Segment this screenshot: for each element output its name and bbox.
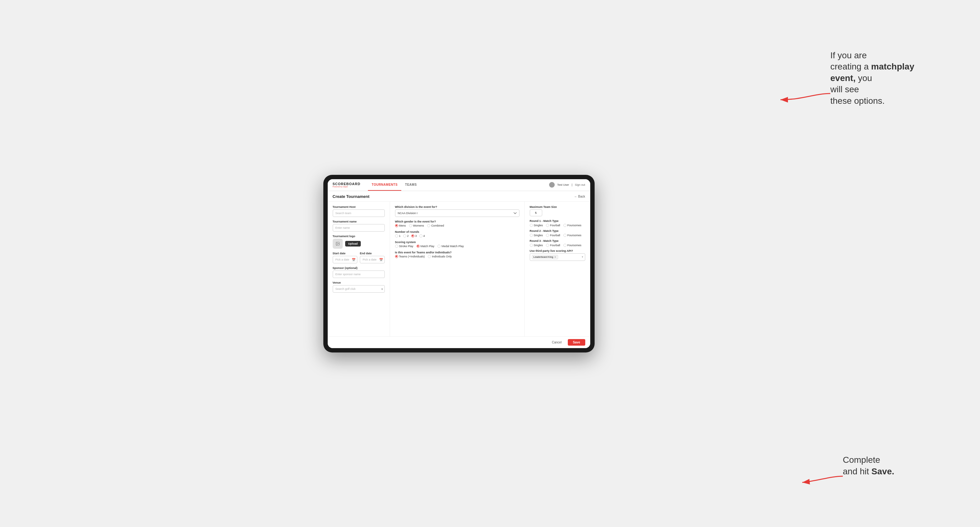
- round1-foursomes-radio[interactable]: [563, 224, 566, 227]
- round2-match-radio-group: Singles Fourball Foursomes: [530, 234, 585, 237]
- upload-button[interactable]: Upload: [345, 241, 361, 246]
- api-label: Use third-party live scoring API?: [530, 249, 585, 252]
- user-name: Test User: [557, 183, 569, 186]
- round1-singles-radio[interactable]: [530, 224, 533, 227]
- venue-select-wrap: ▾: [333, 285, 385, 293]
- scoring-medal[interactable]: Medal Match Play: [438, 244, 464, 248]
- round3-singles[interactable]: Singles: [530, 244, 543, 247]
- round1-match-radio-group: Singles Fourball Foursomes: [530, 224, 585, 227]
- avatar: [549, 182, 555, 187]
- back-button[interactable]: ← Back: [574, 195, 585, 198]
- teams-radio[interactable]: [395, 255, 398, 258]
- page-title: Create Tournament: [333, 194, 369, 199]
- teams-label: Is this event for Teams and/or Individua…: [395, 251, 519, 254]
- calendar-icon: 📅: [352, 258, 355, 261]
- round2-singles-radio[interactable]: [530, 234, 533, 237]
- gender-mens[interactable]: Mens: [395, 224, 406, 227]
- round-4[interactable]: 4: [419, 234, 425, 238]
- scoring-match[interactable]: Match Play: [417, 244, 435, 248]
- individuals-radio[interactable]: [428, 255, 431, 258]
- form-body: Tournament Host Tournament name Tourname…: [328, 202, 590, 336]
- round2-fourball[interactable]: Fourball: [546, 234, 560, 237]
- gender-combined[interactable]: Combined: [427, 224, 444, 227]
- save-button[interactable]: Save: [568, 339, 585, 346]
- round-3[interactable]: 3: [411, 234, 417, 238]
- tournament-name-input[interactable]: [333, 224, 385, 232]
- round3-fourball[interactable]: Fourball: [546, 244, 560, 247]
- gender-mens-radio[interactable]: [395, 224, 398, 227]
- division-select[interactable]: NCAA Division I: [395, 210, 519, 217]
- top-annotation: If you arecreating a matchplayevent, you…: [830, 50, 961, 106]
- tournament-host-label: Tournament Host: [333, 205, 385, 208]
- teams-option[interactable]: Teams (+Individuals): [395, 255, 425, 258]
- gender-combined-radio[interactable]: [427, 224, 430, 227]
- venue-chevron-icon: ▾: [381, 287, 383, 290]
- nav-separator: |: [571, 183, 572, 186]
- cancel-button[interactable]: Cancel: [548, 339, 565, 346]
- round-2[interactable]: 2: [403, 234, 409, 238]
- calendar-icon-end: 📅: [379, 258, 383, 261]
- round-3-radio[interactable]: [411, 234, 414, 238]
- nav-tabs: TOURNAMENTS TEAMS: [368, 179, 421, 191]
- round1-fourball[interactable]: Fourball: [546, 224, 560, 227]
- round3-fourball-radio[interactable]: [546, 244, 549, 247]
- rounds-group: Number of rounds 1 2 3: [395, 230, 519, 238]
- start-date-group: Start date 📅: [333, 252, 358, 264]
- round3-foursomes[interactable]: Foursomes: [563, 244, 582, 247]
- round2-foursomes-radio[interactable]: [563, 234, 566, 237]
- max-team-size-label: Maximum Team Size: [530, 205, 585, 208]
- annotation-bottom-text: Completeand hit Save.: [843, 454, 961, 477]
- scoring-group: Scoring system Stroke Play Match Play: [395, 241, 519, 248]
- tab-tournaments[interactable]: TOURNAMENTS: [368, 179, 401, 191]
- round-1-radio[interactable]: [395, 234, 398, 238]
- page-header: Create Tournament ← Back: [328, 191, 590, 202]
- round-4-radio[interactable]: [419, 234, 423, 238]
- scoring-match-radio[interactable]: [417, 244, 420, 248]
- division-label: Which division is the event for?: [395, 205, 519, 208]
- scoring-stroke-radio[interactable]: [395, 244, 398, 248]
- gender-womens[interactable]: Womens: [409, 224, 424, 227]
- round3-foursomes-radio[interactable]: [563, 244, 566, 247]
- api-tag-close[interactable]: ✕: [554, 256, 557, 259]
- round-2-radio[interactable]: [403, 234, 406, 238]
- round1-singles[interactable]: Singles: [530, 224, 543, 227]
- scoring-medal-radio[interactable]: [438, 244, 441, 248]
- round2-fourball-radio[interactable]: [546, 234, 549, 237]
- form-right: Maximum Team Size Round 1 - Match Type S…: [525, 202, 590, 336]
- sponsor-label: Sponsor (optional): [333, 267, 385, 270]
- end-date-wrap: 📅: [360, 256, 385, 264]
- tournament-logo-label: Tournament logo: [333, 235, 385, 238]
- gender-group: Which gender is the event for? Mens Wome…: [395, 220, 519, 227]
- rounds-label: Number of rounds: [395, 230, 519, 233]
- scoring-stroke[interactable]: Stroke Play: [395, 244, 414, 248]
- tournament-host-group: Tournament Host: [333, 205, 385, 217]
- max-team-size-input[interactable]: [530, 210, 542, 216]
- api-group: Use third-party live scoring API? Leader…: [530, 249, 585, 261]
- tournament-logo-group: Tournament logo Upload: [333, 235, 385, 249]
- round2-foursomes[interactable]: Foursomes: [563, 234, 582, 237]
- venue-input[interactable]: [333, 285, 385, 293]
- gender-label: Which gender is the event for?: [395, 220, 519, 223]
- sponsor-group: Sponsor (optional): [333, 267, 385, 278]
- round1-fourball-radio[interactable]: [546, 224, 549, 227]
- round2-match-section: Round 2 - Match Type Singles Fourball: [530, 229, 585, 237]
- round1-match-label: Round 1 - Match Type: [530, 219, 585, 222]
- api-select-wrap[interactable]: Leaderboard King ✕ ▾: [530, 253, 585, 261]
- scoring-radio-group: Stroke Play Match Play Medal Match Play: [395, 244, 519, 248]
- date-group: Start date 📅 End date 📅: [333, 252, 385, 264]
- round3-match-label: Round 3 - Match Type: [530, 239, 585, 243]
- gender-womens-radio[interactable]: [409, 224, 412, 227]
- round1-foursomes[interactable]: Foursomes: [563, 224, 582, 227]
- annotation-arrow-bottom: [799, 473, 846, 486]
- round2-match-label: Round 2 - Match Type: [530, 229, 585, 232]
- round-1[interactable]: 1: [395, 234, 401, 238]
- division-group: Which division is the event for? NCAA Di…: [395, 205, 519, 217]
- logo-title: SCOREBOARD: [333, 182, 360, 186]
- tournament-host-input[interactable]: [333, 210, 385, 217]
- round2-singles[interactable]: Singles: [530, 234, 543, 237]
- sign-out-link[interactable]: Sign out: [575, 183, 585, 186]
- round3-singles-radio[interactable]: [530, 244, 533, 247]
- sponsor-input[interactable]: [333, 270, 385, 278]
- individuals-option[interactable]: Individuals Only: [428, 255, 452, 258]
- tab-teams[interactable]: TEAMS: [401, 179, 421, 191]
